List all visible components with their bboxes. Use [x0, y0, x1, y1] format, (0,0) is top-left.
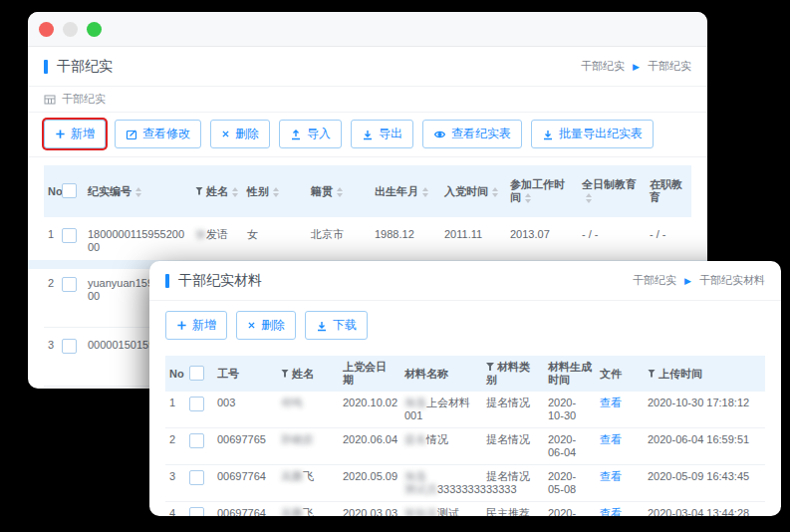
toolbar: 新增 删除 下载 — [149, 301, 781, 348]
sort-icon[interactable] — [525, 193, 531, 203]
plus-icon — [176, 320, 187, 331]
x-icon — [247, 321, 256, 330]
row-checkbox[interactable] — [189, 507, 204, 516]
filter-icon[interactable] — [486, 363, 494, 371]
cell-select[interactable] — [58, 217, 84, 266]
delete-button[interactable]: 删除 — [210, 120, 270, 148]
column-header-fulltime-edu[interactable]: 全日制教育 — [578, 165, 646, 217]
section-label: 干部纪实 — [62, 92, 106, 107]
table-row[interactable]: 3 00697764 高鹏飞 2020.05.09 海选 测试员33333333… — [165, 465, 765, 502]
column-header-select[interactable] — [185, 356, 213, 392]
cell-upload-time: 2020-05-09 16:43:45 — [644, 465, 765, 502]
column-header-material-name[interactable]: 材料名称 — [400, 356, 482, 392]
column-header-material-category[interactable]: 材料类别 — [482, 356, 544, 392]
delete-button[interactable]: 删除 — [236, 311, 296, 340]
cell-select[interactable] — [185, 428, 213, 465]
cell-emp-id: 00697764 — [213, 465, 277, 502]
traffic-light-close[interactable] — [39, 22, 54, 37]
column-header-meeting-date[interactable]: 上党会日期 — [339, 356, 400, 392]
cell-select[interactable] — [58, 266, 84, 328]
redacted-text: 孙晓弈 — [281, 433, 314, 445]
view-record-sheet-button[interactable]: 查看纪实表 — [422, 120, 522, 148]
column-header-emp-id[interactable]: 工号 — [213, 356, 277, 392]
view-file-link[interactable]: 查看 — [600, 470, 622, 482]
cell-gender: 女 — [243, 217, 307, 266]
cell-select[interactable] — [185, 465, 213, 502]
cell-select[interactable] — [185, 392, 213, 428]
filter-icon[interactable] — [195, 187, 203, 195]
upload-icon — [290, 129, 302, 140]
sort-icon[interactable] — [422, 187, 428, 197]
column-header-upload-time[interactable]: 上传时间 — [644, 356, 765, 392]
column-header-name[interactable]: 姓名 — [277, 356, 339, 392]
add-button-label: 新增 — [71, 126, 95, 142]
view-edit-button[interactable]: 查看修改 — [115, 120, 201, 148]
table-row[interactable]: 2 00697765 孙晓弈 2020.06.04 提名情况 提名情况 2020… — [165, 428, 765, 465]
cell-fulltime-edu: - / - — [578, 217, 646, 266]
sort-icon[interactable] — [337, 187, 343, 197]
add-button[interactable]: 新增 — [44, 120, 106, 148]
filter-icon[interactable] — [648, 370, 656, 378]
import-button-label: 导入 — [307, 126, 331, 142]
breadcrumb-root[interactable]: 干部纪实 — [581, 60, 625, 72]
sort-icon[interactable] — [586, 193, 592, 203]
column-header-generated-time[interactable]: 材料生成时间 — [544, 356, 596, 392]
breadcrumb-root[interactable]: 干部纪实 — [633, 274, 676, 286]
select-all-checkbox[interactable] — [189, 366, 204, 381]
row-checkbox[interactable] — [62, 228, 77, 243]
batch-export-label: 批量导出纪实表 — [559, 126, 643, 142]
select-all-checkbox[interactable] — [62, 183, 77, 198]
column-header-name[interactable]: 姓名 — [191, 165, 243, 217]
cell-select[interactable] — [185, 502, 213, 517]
column-header-gender[interactable]: 性别 — [243, 165, 307, 217]
table-row[interactable]: 4 00697764 高鹏飞 2020.03.03 审批流测试 民主推荐情况 2… — [165, 502, 765, 517]
column-header-select[interactable] — [58, 165, 84, 217]
delete-button-label: 删除 — [261, 317, 285, 334]
sort-icon[interactable] — [273, 187, 279, 197]
export-button[interactable]: 导出 — [351, 120, 413, 148]
column-header-native[interactable]: 籍贯 — [307, 165, 371, 217]
view-file-link[interactable]: 查看 — [600, 397, 622, 408]
filter-icon[interactable] — [281, 370, 289, 378]
cell-file: 查看 — [596, 502, 644, 517]
traffic-light-zoom[interactable] — [87, 22, 102, 37]
download-button[interactable]: 下载 — [305, 311, 368, 340]
view-file-link[interactable]: 查看 — [600, 507, 622, 516]
cell-select[interactable] — [58, 328, 84, 387]
import-button[interactable]: 导入 — [279, 120, 342, 148]
row-checkbox[interactable] — [62, 277, 77, 292]
redacted-text: 海选 — [404, 470, 426, 482]
column-header-birth[interactable]: 出生年月 — [371, 165, 440, 217]
table-row[interactable]: 1 003 何鸣 2020.10.02 海选上会材料001 提名情况 2020-… — [165, 392, 765, 428]
column-header-onjob-edu[interactable]: 在职教育 — [646, 165, 691, 217]
materials-table: No 工号 姓名 上党会日期 材料名称 材料类别 材料生成时间 文件 上传时间 … — [165, 356, 765, 516]
cell-meeting-date: 2020.06.04 — [339, 428, 400, 465]
traffic-light-minimize[interactable] — [63, 22, 78, 37]
sort-icon[interactable] — [135, 187, 141, 197]
cell-select[interactable] — [58, 387, 84, 390]
row-checkbox[interactable] — [189, 433, 204, 448]
table-row[interactable]: 1 180000011595520000 张发语 女 北京市 1988.12 2… — [44, 217, 691, 266]
add-button-label: 新增 — [192, 317, 216, 334]
cell-emp-id: 00697765 — [213, 428, 277, 465]
column-header-party-join[interactable]: 入党时间 — [440, 165, 506, 217]
sort-icon[interactable] — [492, 187, 498, 197]
breadcrumb-current: 干部纪实 — [648, 60, 691, 72]
column-header-record-id[interactable]: 纪实编号 — [84, 165, 191, 217]
page-title: 干部纪实 — [44, 58, 113, 76]
redacted-text: 测试员 — [404, 483, 437, 495]
column-header-no: No — [165, 356, 185, 392]
row-checkbox[interactable] — [189, 397, 204, 411]
page-title-text: 干部纪实材料 — [178, 272, 262, 290]
desktop-canvas: 干部纪实 干部纪实 ▶ 干部纪实 干部纪实 新增 查看修改 删除 — [0, 0, 790, 532]
row-checkbox[interactable] — [189, 470, 204, 485]
cell-emp-id: 00697764 — [213, 502, 277, 517]
breadcrumb: 干部纪实 ▶ 干部纪实材料 — [633, 273, 765, 288]
batch-export-button[interactable]: 批量导出纪实表 — [531, 120, 654, 148]
download-button-label: 下载 — [333, 317, 357, 334]
view-file-link[interactable]: 查看 — [600, 433, 622, 445]
row-checkbox[interactable] — [62, 339, 77, 354]
add-button[interactable]: 新增 — [165, 311, 227, 340]
column-header-work-start[interactable]: 参加工作时间 — [506, 165, 578, 217]
sort-icon[interactable] — [232, 187, 238, 197]
